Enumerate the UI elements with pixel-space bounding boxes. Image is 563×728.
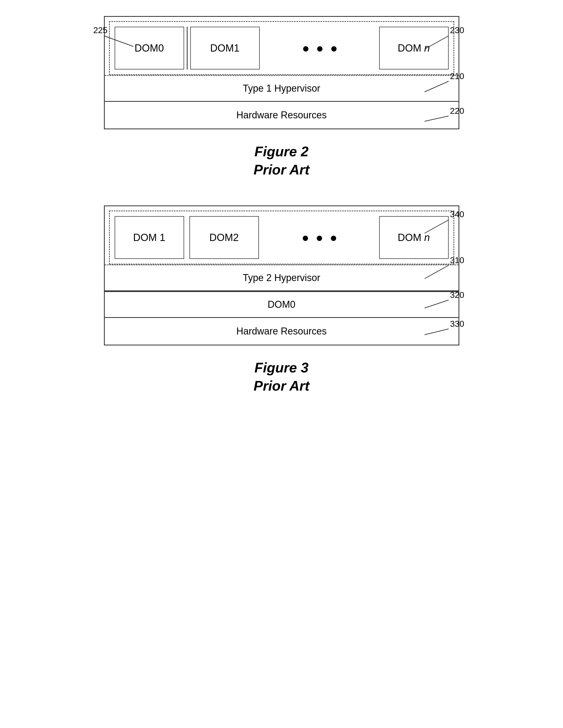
svg-line-7 [425, 329, 449, 335]
svg-line-4 [425, 220, 449, 233]
svg-line-0 [104, 36, 133, 46]
figure3-arrows-svg: 340 310 320 330 [51, 204, 505, 353]
svg-line-6 [425, 300, 449, 308]
figure2-title: Figure 2 [55, 143, 509, 161]
ref340-label: 340 [450, 209, 464, 219]
figure2-caption: Figure 2 Prior Art [55, 143, 509, 179]
ref310-label: 310 [450, 255, 464, 265]
figure2-subtitle: Prior Art [55, 161, 509, 179]
ref230-label: 230 [450, 25, 464, 35]
figure3-diagram: DOM 1 DOM2 ● ● ● DOM n [92, 205, 471, 345]
ref210-label: 210 [450, 71, 464, 81]
svg-line-5 [425, 265, 449, 279]
svg-line-2 [425, 81, 449, 92]
ref225-label: 225 [93, 25, 107, 35]
svg-line-3 [425, 116, 449, 121]
figure3-title: Figure 3 [55, 359, 509, 377]
ref220-label: 220 [450, 106, 464, 116]
ref330-label: 330 [450, 319, 464, 329]
svg-line-1 [425, 36, 449, 49]
ref320-label: 320 [450, 290, 464, 300]
figure2-arrows-svg: 225 230 210 220 [51, 20, 505, 137]
figure3-caption: Figure 3 Prior Art [55, 359, 509, 395]
figure3-subtitle: Prior Art [55, 377, 509, 395]
figure2-diagram: DOM0 DOM1 ● ● ● DOM n [92, 16, 471, 129]
figure3-container: DOM 1 DOM2 ● ● ● DOM n [55, 205, 509, 395]
figure2-container: DOM0 DOM1 ● ● ● DOM n [55, 16, 509, 179]
